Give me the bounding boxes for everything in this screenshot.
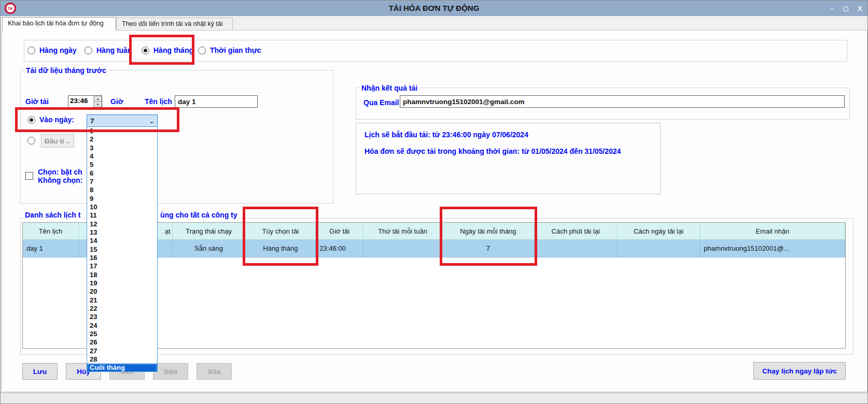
edit-button: Sửa bbox=[153, 363, 188, 380]
radio-dau-tien[interactable] bbox=[27, 137, 35, 147]
spin-up-icon[interactable]: ▲ bbox=[94, 96, 102, 102]
download-time-value: 23:46 bbox=[68, 96, 93, 107]
qua-email-label: Qua Email bbox=[363, 98, 399, 107]
window-title: TẢI HÓA ĐƠN TỰ ĐỘNG bbox=[1, 4, 867, 12]
day-option[interactable]: 25 bbox=[87, 330, 157, 338]
first-day-combobox: Đầu ti ⌄ bbox=[41, 134, 74, 148]
schedule-name-input[interactable]: day 1 bbox=[175, 95, 258, 108]
table-cell: 23:46:00 bbox=[316, 240, 363, 257]
tab-khai-bao-lich[interactable]: Khai báo lịch tải hóa đơn tự động bbox=[2, 17, 116, 31]
column-header[interactable]: Thứ tải mỗi tuần bbox=[363, 223, 442, 240]
radio-hang-tuan-label: Hàng tuần bbox=[96, 46, 132, 54]
day-option[interactable]: 14 bbox=[87, 237, 157, 245]
annotation-box-vao-ngay bbox=[15, 107, 179, 132]
delete-button: Xóa bbox=[197, 363, 232, 380]
run-now-button[interactable]: Chạy lịch ngay lập tức bbox=[753, 362, 846, 380]
close-button[interactable]: X bbox=[858, 5, 862, 12]
annotation-box-hang-thang bbox=[129, 35, 194, 65]
table-cell bbox=[363, 240, 442, 257]
column-header[interactable]: Email nhận bbox=[700, 223, 845, 240]
day-option[interactable]: 19 bbox=[87, 279, 157, 287]
table-cell: day 1 bbox=[23, 240, 79, 257]
annotation-box-ngay-tai-moi-thang bbox=[440, 207, 537, 266]
table-cell bbox=[535, 240, 618, 257]
monthly-settings-title: Tải dữ liệu tháng trước bbox=[24, 66, 108, 75]
chevron-down-disabled-icon: ⌄ bbox=[65, 137, 74, 145]
day-option[interactable]: 24 bbox=[87, 322, 157, 330]
day-option[interactable]: 20 bbox=[87, 287, 157, 296]
spin-down-icon[interactable]: ▼ bbox=[94, 102, 102, 107]
column-header[interactable]: Cách ngày tải lại bbox=[618, 223, 701, 240]
schedule-info-box: Lịch sẽ bắt đầu tải: từ 23:46:00 ngày 07… bbox=[356, 123, 661, 194]
table-cell: phamnvtruong15102001@... bbox=[700, 240, 845, 257]
radio-thoi-gian-thuc-label: Thời gian thực bbox=[210, 46, 261, 54]
day-option[interactable]: 12 bbox=[87, 220, 157, 228]
day-option[interactable]: 8 bbox=[87, 186, 157, 194]
table-cell bbox=[618, 240, 701, 257]
radio-thoi-gian-thuc-icon bbox=[198, 47, 206, 54]
schedule-list-title-left: Danh sách lịch t bbox=[23, 211, 82, 219]
column-header[interactable]: Cách phút tải lại bbox=[535, 223, 618, 240]
email-value: phamnvtruong15102001@gmail.com bbox=[403, 98, 525, 106]
mode-checkbox-label-line2: Không chọn: bbox=[38, 176, 82, 184]
day-option[interactable]: 11 bbox=[87, 211, 157, 220]
day-option[interactable]: 3 bbox=[87, 144, 157, 152]
day-option[interactable]: 10 bbox=[87, 203, 157, 211]
title-bar: TK TẢI HÓA ĐƠN TỰ ĐỘNG – ▢ X bbox=[1, 1, 867, 16]
day-option[interactable]: 4 bbox=[87, 152, 157, 161]
day-option[interactable]: 28 bbox=[87, 355, 157, 364]
radio-hang-ngay[interactable]: Hàng ngày bbox=[27, 46, 77, 54]
day-option[interactable]: 18 bbox=[87, 271, 157, 279]
column-header[interactable]: Tên lịch bbox=[23, 223, 79, 240]
schedule-list-title-right: ùng cho tất cả công ty bbox=[159, 211, 239, 219]
day-option[interactable]: Cuối tháng bbox=[87, 364, 157, 372]
mode-checkbox[interactable] bbox=[25, 172, 33, 182]
minimize-button[interactable]: – bbox=[830, 5, 834, 12]
radio-hang-ngay-label: Hàng ngày bbox=[39, 46, 77, 54]
mode-checkbox-label-line1: Chọn: bật ch bbox=[38, 168, 82, 176]
tab-strip: Khai báo lịch tải hóa đơn tự động Theo d… bbox=[2, 18, 867, 30]
radio-thoi-gian-thuc[interactable]: Thời gian thực bbox=[198, 46, 261, 54]
day-option[interactable]: 2 bbox=[87, 135, 157, 143]
hour-unit-label: Giờ bbox=[110, 97, 123, 106]
radio-dau-tien-icon bbox=[27, 137, 35, 145]
email-input[interactable]: phamnvtruong15102001@gmail.com bbox=[400, 95, 845, 108]
mode-checkbox-label: Chọn: bật ch Không chọn: bbox=[38, 168, 82, 184]
day-option[interactable]: 5 bbox=[87, 161, 157, 169]
schedule-name-value: day 1 bbox=[178, 98, 196, 106]
day-option[interactable]: 22 bbox=[87, 305, 157, 313]
day-option[interactable]: 9 bbox=[87, 195, 157, 203]
email-result-title: Nhận kết quả tải bbox=[360, 84, 419, 92]
save-button[interactable]: Lưu bbox=[22, 363, 58, 380]
schedule-name-label: Tên lịch bbox=[145, 97, 172, 106]
day-option[interactable]: 7 bbox=[87, 178, 157, 186]
day-option[interactable]: 15 bbox=[87, 246, 157, 254]
first-day-combobox-text: Đầu ti bbox=[41, 137, 64, 145]
invoice-range-text: Hóa đơn sẽ được tải trong khoảng thời gi… bbox=[365, 147, 621, 155]
day-option[interactable]: 26 bbox=[87, 338, 157, 347]
column-header[interactable]: Giờ tải bbox=[316, 223, 363, 240]
mode-checkbox-icon bbox=[25, 172, 33, 180]
day-option[interactable]: 27 bbox=[87, 347, 157, 355]
day-option[interactable]: 13 bbox=[87, 228, 157, 237]
tab-theo-doi-tien-trinh[interactable]: Theo dõi tiến trình tải và nhật ký tải bbox=[116, 18, 233, 30]
day-option[interactable]: 6 bbox=[87, 169, 157, 178]
download-time-spinner[interactable]: 23:46 ▲ ▼ bbox=[68, 95, 102, 108]
column-header[interactable]: Trạng thái chạy bbox=[173, 223, 246, 240]
radio-hang-ngay-icon bbox=[27, 47, 35, 54]
schedule-start-text: Lịch sẽ bắt đầu tải: từ 23:46:00 ngày 07… bbox=[365, 131, 528, 139]
day-dropdown-list: 1234567891011121314151617181920212223242… bbox=[87, 126, 158, 372]
annotation-box-tuy-chon-tai bbox=[243, 207, 318, 266]
radio-hang-tuan[interactable]: Hàng tuần bbox=[85, 46, 132, 54]
day-option[interactable]: 23 bbox=[87, 313, 157, 321]
radio-hang-tuan-icon bbox=[85, 47, 92, 54]
day-option[interactable]: 21 bbox=[87, 296, 157, 305]
day-option[interactable]: 17 bbox=[87, 262, 157, 270]
download-time-label: Giờ tải bbox=[25, 97, 49, 106]
maximize-button[interactable]: ▢ bbox=[843, 5, 848, 12]
day-option[interactable]: 16 bbox=[87, 254, 157, 262]
app-window: TK TẢI HÓA ĐƠN TỰ ĐỘNG – ▢ X Khai báo lị… bbox=[0, 0, 868, 404]
window-bottom-strip bbox=[1, 393, 868, 404]
table-cell: Sẵn sàng bbox=[173, 240, 246, 257]
